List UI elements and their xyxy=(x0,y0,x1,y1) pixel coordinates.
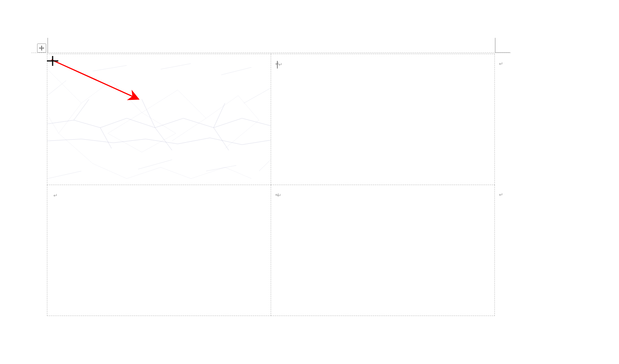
svg-line-31 xyxy=(142,100,155,128)
pilcrow-icon: ↵ xyxy=(499,61,503,67)
svg-line-38 xyxy=(146,139,178,144)
svg-line-40 xyxy=(210,138,242,145)
svg-line-41 xyxy=(242,140,271,145)
document-canvas[interactable]: ↵ ↵ ↵ ↵ ↵ ↵ ↵ xyxy=(0,0,619,364)
pilcrow-icon: ↵ xyxy=(53,193,58,198)
svg-line-2 xyxy=(47,115,59,134)
svg-line-21 xyxy=(47,120,74,124)
gridline-anchor xyxy=(47,38,48,53)
svg-line-18 xyxy=(161,167,191,179)
move-icon xyxy=(39,45,44,51)
svg-line-47 xyxy=(47,171,81,179)
svg-line-42 xyxy=(47,81,66,96)
svg-line-19 xyxy=(191,167,225,179)
svg-line-28 xyxy=(242,118,271,126)
table-cell-2-1[interactable]: ↵ ↵ xyxy=(47,185,271,316)
svg-line-9 xyxy=(206,96,238,118)
svg-line-37 xyxy=(114,139,146,143)
document-table[interactable]: ↵ ↵ ↵ ↵ ↵ ↵ ↵ xyxy=(47,54,495,316)
pilcrow-icon: ↵ xyxy=(278,62,282,67)
table-outer-strip xyxy=(31,53,511,53)
svg-line-4 xyxy=(112,81,142,113)
pilcrow-icon: ↵ xyxy=(499,192,503,198)
svg-line-39 xyxy=(178,138,210,144)
svg-line-30 xyxy=(100,128,112,148)
svg-line-22 xyxy=(74,120,100,128)
svg-line-43 xyxy=(93,65,127,71)
svg-line-11 xyxy=(225,120,259,148)
table-move-handle[interactable] xyxy=(37,44,46,53)
svg-line-33 xyxy=(214,103,225,128)
svg-line-50 xyxy=(259,160,271,171)
svg-line-29 xyxy=(74,100,89,120)
svg-line-8 xyxy=(172,118,206,141)
svg-line-46 xyxy=(244,88,271,103)
table-cell-2-2[interactable]: ↵ ↵ xyxy=(271,185,495,316)
svg-line-17 xyxy=(127,167,161,179)
svg-line-44 xyxy=(161,64,191,69)
svg-line-24 xyxy=(127,118,155,128)
svg-line-27 xyxy=(214,118,242,128)
table-cell-1-1[interactable]: ↵ xyxy=(47,54,271,185)
svg-line-20 xyxy=(225,167,251,179)
svg-line-5 xyxy=(108,113,142,134)
svg-line-32 xyxy=(155,128,172,150)
svg-line-7 xyxy=(178,90,206,118)
svg-line-26 xyxy=(183,118,214,128)
svg-line-35 xyxy=(47,139,81,141)
svg-line-1 xyxy=(59,103,81,134)
svg-line-48 xyxy=(138,160,172,169)
svg-line-16 xyxy=(93,163,127,179)
svg-line-14 xyxy=(142,113,176,134)
svg-line-3 xyxy=(81,81,112,103)
text-caret xyxy=(277,61,278,68)
svg-line-36 xyxy=(81,139,114,143)
svg-line-25 xyxy=(155,118,184,128)
table-row: ↵ ↵ ↵ ↵ xyxy=(47,185,495,316)
svg-line-6 xyxy=(142,90,178,113)
svg-line-0 xyxy=(47,69,81,103)
svg-line-15 xyxy=(59,133,93,163)
svg-line-45 xyxy=(221,67,251,75)
table-cell-1-2[interactable]: ↵ ↵ xyxy=(271,54,495,185)
corner-guide xyxy=(495,38,510,53)
pilcrow-icon: ↵ xyxy=(277,193,281,198)
svg-line-10 xyxy=(238,96,259,120)
mesh-background-image xyxy=(47,54,271,185)
svg-line-23 xyxy=(100,118,127,128)
table-row: ↵ ↵ ↵ xyxy=(47,54,495,185)
